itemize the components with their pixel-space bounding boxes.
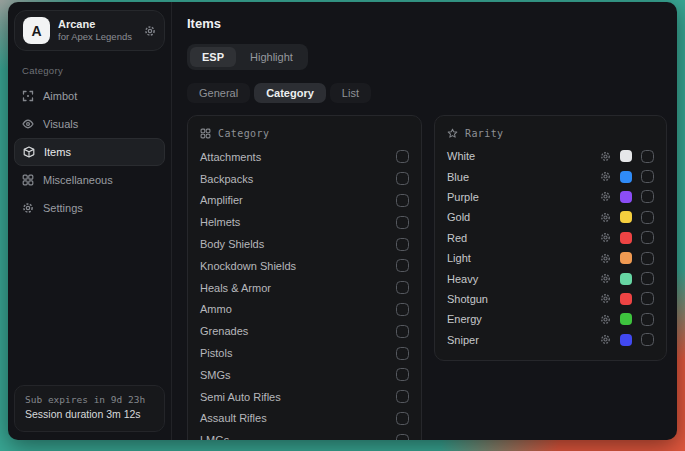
category-row: Attachments	[200, 146, 409, 168]
rarity-gear-icon[interactable]	[600, 314, 611, 325]
tab-general[interactable]: General	[187, 83, 250, 103]
rarity-gear-icon[interactable]	[600, 253, 611, 264]
category-row: Helmets	[200, 211, 409, 233]
category-checkbox[interactable]	[396, 281, 409, 294]
category-label: Body Shields	[200, 238, 264, 250]
rarity-checkbox[interactable]	[641, 231, 654, 244]
category-label: Semi Auto Rifles	[200, 391, 281, 403]
category-label: Knockdown Shields	[200, 260, 296, 272]
toggle-highlight[interactable]: Highlight	[238, 47, 305, 67]
category-label: Assault Rifles	[200, 412, 267, 424]
rarity-color-swatch[interactable]	[620, 293, 632, 305]
rarity-color-swatch[interactable]	[620, 313, 632, 325]
rarity-color-swatch[interactable]	[620, 150, 632, 162]
app-logo: A	[23, 17, 50, 44]
app-logo-card: A Arcane for Apex Legends	[14, 10, 165, 51]
rarity-label: Red	[447, 232, 600, 244]
rarity-checkbox[interactable]	[641, 252, 654, 265]
rarity-gear-icon[interactable]	[600, 212, 611, 223]
category-checkbox[interactable]	[396, 325, 409, 338]
rarity-gear-icon[interactable]	[600, 171, 611, 182]
rarity-row: Gold	[447, 207, 654, 227]
category-checkbox[interactable]	[396, 347, 409, 360]
category-checkbox[interactable]	[396, 303, 409, 316]
rarity-row: White	[447, 146, 654, 166]
rarity-row: Red	[447, 228, 654, 248]
sidebar-item-settings[interactable]: Settings	[14, 194, 165, 222]
category-checkbox[interactable]	[396, 194, 409, 207]
rarity-color-swatch[interactable]	[620, 191, 632, 203]
crosshair-icon	[22, 90, 34, 102]
main-content: Items ESP Highlight General Category Lis…	[172, 2, 677, 440]
rarity-panel: Rarity White Blue Purple	[434, 115, 667, 361]
rarity-gear-icon[interactable]	[600, 232, 611, 243]
category-label: Pistols	[200, 347, 232, 359]
session-duration-text: Session duration 3m 12s	[25, 407, 154, 423]
rarity-color-swatch[interactable]	[620, 211, 632, 223]
rarity-label: Gold	[447, 211, 600, 223]
rarity-color-swatch[interactable]	[620, 334, 632, 346]
rarity-checkbox[interactable]	[641, 150, 654, 163]
rarity-gear-icon[interactable]	[600, 151, 611, 162]
app-name: Arcane	[58, 18, 136, 32]
sidebar-item-visuals[interactable]: Visuals	[14, 110, 165, 138]
sidebar-section-label: Category	[22, 65, 171, 76]
rarity-color-swatch[interactable]	[620, 273, 632, 285]
sidebar-item-label: Miscellaneous	[43, 174, 113, 186]
category-checkbox[interactable]	[396, 390, 409, 403]
sidebar-item-label: Visuals	[43, 118, 78, 130]
rarity-label: Purple	[447, 191, 600, 203]
tab-category[interactable]: Category	[254, 83, 326, 103]
rarity-gear-icon[interactable]	[600, 293, 611, 304]
mode-toggle-group: ESP Highlight	[187, 44, 308, 70]
sidebar-item-items[interactable]: Items	[14, 138, 165, 166]
rarity-checkbox[interactable]	[641, 170, 654, 183]
category-row: Backpacks	[200, 168, 409, 190]
rarity-row: Light	[447, 248, 654, 268]
rarity-label: Shotgun	[447, 293, 600, 305]
category-checkbox[interactable]	[396, 150, 409, 163]
rarity-checkbox[interactable]	[641, 313, 654, 326]
category-row: SMGs	[200, 364, 409, 386]
rarity-checkbox[interactable]	[641, 333, 654, 346]
tab-list[interactable]: List	[330, 83, 371, 103]
sidebar-item-aimbot[interactable]: Aimbot	[14, 82, 165, 110]
settings-gear-icon[interactable]	[144, 25, 156, 37]
rarity-color-swatch[interactable]	[620, 232, 632, 244]
category-grid-icon	[200, 128, 211, 139]
rarity-checkbox[interactable]	[641, 190, 654, 203]
category-checkbox[interactable]	[396, 412, 409, 425]
category-checkbox[interactable]	[396, 172, 409, 185]
subscription-info-card: Sub expires in 9d 23h Session duration 3…	[14, 385, 165, 432]
rarity-checkbox[interactable]	[641, 292, 654, 305]
category-label: Amplifier	[200, 194, 243, 206]
category-label: Backpacks	[200, 173, 253, 185]
rarity-row: Blue	[447, 166, 654, 186]
category-checkbox[interactable]	[396, 434, 409, 440]
category-checkbox[interactable]	[396, 238, 409, 251]
rarity-checkbox[interactable]	[641, 211, 654, 224]
rarity-gear-icon[interactable]	[600, 334, 611, 345]
page-title: Items	[187, 16, 668, 31]
category-label: SMGs	[200, 369, 231, 381]
category-label: LMGs	[200, 434, 229, 440]
rarity-gear-icon[interactable]	[600, 191, 611, 202]
rarity-label: Energy	[447, 313, 600, 325]
category-checkbox[interactable]	[396, 259, 409, 272]
gear-icon	[22, 202, 34, 214]
rarity-label: Light	[447, 252, 600, 264]
rarity-color-swatch[interactable]	[620, 252, 632, 264]
category-panel-header: Category	[200, 124, 409, 142]
rarity-row: Heavy	[447, 268, 654, 288]
rarity-gear-icon[interactable]	[600, 273, 611, 284]
sidebar: A Arcane for Apex Legends Category Aimbo…	[8, 2, 172, 440]
rarity-row: Purple	[447, 187, 654, 207]
category-row: Amplifier	[200, 190, 409, 212]
rarity-color-swatch[interactable]	[620, 171, 632, 183]
sidebar-item-miscellaneous[interactable]: Miscellaneous	[14, 166, 165, 194]
category-checkbox[interactable]	[396, 216, 409, 229]
rarity-panel-header: Rarity	[447, 124, 654, 142]
rarity-checkbox[interactable]	[641, 272, 654, 285]
category-checkbox[interactable]	[396, 368, 409, 381]
toggle-esp[interactable]: ESP	[190, 47, 236, 67]
